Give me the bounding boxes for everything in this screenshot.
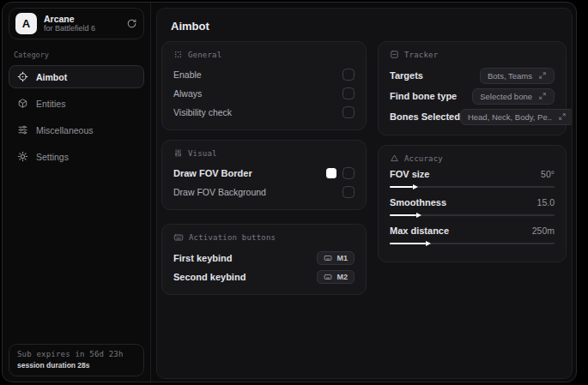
select-value: Bots, Teams	[488, 71, 532, 81]
setting-row-visibility-check: Visibility check	[173, 103, 355, 122]
first-keybind-button[interactable]: M1	[317, 251, 355, 265]
setting-row-enable: Enable	[173, 65, 355, 84]
setting-label: Bones Selected	[390, 111, 460, 122]
minus-square-icon	[390, 50, 399, 59]
draw-fov-background-checkbox[interactable]	[342, 186, 355, 198]
slider-value: 50°	[541, 169, 555, 179]
setting-row-draw-fov-border: Draw FOV Border	[173, 164, 355, 183]
reload-icon[interactable]	[126, 18, 137, 29]
setting-label: Draw FOV Background	[173, 187, 266, 197]
visual-card-title: Visual	[188, 149, 217, 158]
enable-checkbox[interactable]	[342, 69, 355, 81]
sidebar-item-settings[interactable]: Settings	[9, 145, 144, 168]
accuracy-card-title: Accuracy	[404, 154, 443, 163]
expand-icon	[538, 71, 547, 80]
setting-label: Enable	[173, 69, 202, 80]
setting-label: Find bone type	[390, 91, 457, 101]
session-duration-text: session duration 28s	[17, 361, 136, 370]
fov-size-slider[interactable]	[390, 183, 555, 190]
app-title: Arcane	[44, 14, 119, 25]
sidebar-item-label: Aimbot	[36, 72, 67, 82]
page-title: Aimbot	[157, 9, 572, 41]
second-keybind-button[interactable]: M2	[317, 270, 355, 284]
keybind-value: M1	[336, 254, 348, 262]
draw-fov-border-checkbox[interactable]	[342, 167, 355, 179]
find-bone-type-select[interactable]: Selected bone	[472, 88, 555, 105]
keybind-value: M2	[336, 273, 348, 281]
slider-label: FOV size	[390, 169, 429, 179]
keyboard-icon	[324, 254, 332, 262]
setting-label: First keybind	[173, 253, 232, 263]
main-panel: Aimbot General Enable	[156, 8, 573, 379]
setting-row-targets: Targets Bots, Teams	[390, 65, 555, 86]
sidebar-item-miscellaneous[interactable]: Miscellaneous	[9, 118, 144, 141]
setting-row-first-keybind: First keybind M1	[173, 249, 355, 268]
sidebar-item-aimbot[interactable]: Aimbot	[9, 65, 144, 88]
slider-thumb[interactable]	[390, 214, 416, 216]
setting-row-find-bone-type: Find bone type Selected bone	[390, 86, 555, 106]
setting-row-draw-fov-background: Draw FOV Background	[173, 183, 355, 202]
slider-thumb[interactable]	[390, 243, 426, 244]
targets-select[interactable]: Bots, Teams	[480, 68, 555, 84]
select-value: Selected bone	[480, 92, 532, 101]
setting-label: Second keybind	[173, 272, 246, 282]
general-card-header: General	[173, 50, 355, 59]
visibility-check-checkbox[interactable]	[342, 106, 355, 118]
select-value: Head, Neck, Body, Pe..	[468, 112, 552, 122]
smoothness-group: Smoothness 15.0	[390, 197, 555, 219]
app-logo: A	[15, 13, 37, 34]
activation-card-title: Activation buttons	[189, 233, 276, 242]
adjust-sliders-icon	[173, 148, 183, 158]
max-distance-group: Max distance 250m	[390, 226, 555, 247]
general-card-title: General	[188, 51, 221, 59]
brand-text: Arcane for Battlefield 6	[44, 14, 119, 33]
row-controls	[326, 167, 355, 179]
setting-label: Always	[173, 88, 202, 99]
setting-label: Targets	[390, 70, 423, 81]
triangle-icon	[390, 153, 399, 163]
keyboard-icon	[324, 273, 332, 281]
activation-card-header: Activation buttons	[173, 232, 355, 243]
grid-dots-icon	[173, 50, 183, 59]
gear-icon	[17, 151, 28, 162]
setting-row-second-keybind: Second keybind M2	[173, 268, 355, 286]
fov-border-color-swatch[interactable]	[326, 168, 336, 178]
always-checkbox[interactable]	[342, 87, 355, 99]
accuracy-card-header: Accuracy	[390, 153, 555, 163]
keyboard-icon	[173, 232, 184, 243]
expand-icon	[558, 112, 567, 121]
accuracy-card: Accuracy FOV size 50°	[378, 145, 567, 262]
sub-expiry-text: Sub expires in 56d 23h	[17, 350, 136, 358]
subscription-info: Sub expires in 56d 23h session duration …	[9, 344, 144, 376]
setting-label: Visibility check	[173, 107, 232, 117]
smoothness-slider[interactable]	[390, 212, 555, 219]
sidebar-item-label: Entities	[36, 99, 65, 109]
visual-card-header: Visual	[173, 148, 355, 158]
general-card: General Enable Always Visibility check	[161, 41, 367, 130]
sidebar-item-entities[interactable]: Entities	[9, 92, 144, 115]
slider-value: 15.0	[537, 197, 555, 208]
setting-row-always: Always	[173, 84, 355, 103]
activation-buttons-card: Activation buttons First keybind M1	[161, 224, 367, 295]
expand-icon	[538, 92, 547, 100]
tracker-card-header: Tracker	[390, 50, 555, 59]
slider-label: Max distance	[390, 226, 449, 236]
setting-label: Draw FOV Border	[173, 168, 252, 178]
tracker-card-title: Tracker	[404, 51, 438, 59]
sidebar-nav: Aimbot Entities Miscella	[9, 65, 144, 168]
tracker-card: Tracker Targets Bots, Teams	[378, 41, 567, 135]
category-label: Category	[14, 51, 139, 59]
sidebar-item-label: Miscellaneous	[36, 125, 94, 135]
fov-size-group: FOV size 50°	[390, 169, 555, 190]
app-window: A Arcane for Battlefield 6 Category	[2, 2, 577, 382]
left-column: General Enable Always Visibility check	[161, 41, 367, 304]
slider-thumb[interactable]	[390, 186, 413, 188]
crosshair-icon	[17, 71, 28, 82]
brand-card: A Arcane for Battlefield 6	[9, 8, 144, 39]
max-distance-slider[interactable]	[390, 240, 555, 247]
bones-selected-select[interactable]: Head, Neck, Body, Pe..	[460, 109, 573, 125]
sliders-icon	[17, 124, 28, 135]
app-subtitle: for Battlefield 6	[44, 24, 119, 33]
sidebar: A Arcane for Battlefield 6 Category	[3, 3, 151, 382]
slider-label: Smoothness	[390, 197, 446, 208]
